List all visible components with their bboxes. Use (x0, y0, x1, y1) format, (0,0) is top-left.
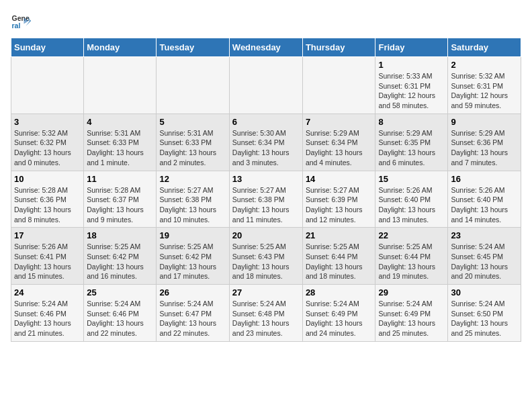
calendar-cell: 25Sunrise: 5:24 AM Sunset: 6:46 PM Dayli… (84, 285, 157, 342)
page-header: Gene ral (11, 11, 521, 31)
day-info: Sunrise: 5:27 AM Sunset: 6:38 PM Dayligh… (232, 185, 300, 225)
calendar-cell: 23Sunrise: 5:24 AM Sunset: 6:45 PM Dayli… (448, 228, 521, 285)
day-info: Sunrise: 5:31 AM Sunset: 6:33 PM Dayligh… (159, 128, 226, 168)
calendar-cell: 26Sunrise: 5:24 AM Sunset: 6:47 PM Dayli… (157, 285, 229, 342)
day-info: Sunrise: 5:24 AM Sunset: 6:49 PM Dayligh… (306, 299, 373, 338)
day-number: 23 (451, 230, 518, 240)
day-info: Sunrise: 5:25 AM Sunset: 6:42 PM Dayligh… (159, 242, 226, 281)
calendar-cell: 24Sunrise: 5:24 AM Sunset: 6:46 PM Dayli… (11, 285, 84, 342)
day-info: Sunrise: 5:29 AM Sunset: 6:36 PM Dayligh… (451, 128, 518, 168)
day-info: Sunrise: 5:27 AM Sunset: 6:38 PM Dayligh… (159, 185, 226, 225)
calendar-cell: 8Sunrise: 5:29 AM Sunset: 6:35 PM Daylig… (375, 113, 448, 171)
calendar-cell: 9Sunrise: 5:29 AM Sunset: 6:36 PM Daylig… (448, 113, 521, 171)
day-number: 28 (306, 287, 373, 298)
day-of-week-header: Wednesday (229, 38, 302, 57)
day-number: 2 (451, 60, 518, 70)
calendar-cell: 12Sunrise: 5:27 AM Sunset: 6:38 PM Dayli… (157, 171, 229, 228)
day-info: Sunrise: 5:25 AM Sunset: 6:42 PM Dayligh… (87, 242, 153, 281)
day-number: 19 (159, 230, 226, 240)
calendar-cell: 11Sunrise: 5:28 AM Sunset: 6:37 PM Dayli… (84, 171, 157, 228)
day-info: Sunrise: 5:29 AM Sunset: 6:35 PM Dayligh… (378, 128, 445, 168)
calendar-cell: 4Sunrise: 5:31 AM Sunset: 6:33 PM Daylig… (84, 113, 157, 171)
day-number: 8 (378, 117, 445, 127)
day-info: Sunrise: 5:24 AM Sunset: 6:49 PM Dayligh… (378, 299, 445, 338)
calendar-cell: 6Sunrise: 5:30 AM Sunset: 6:34 PM Daylig… (229, 113, 302, 171)
day-number: 24 (14, 287, 81, 298)
day-number: 17 (14, 230, 81, 240)
day-of-week-header: Saturday (448, 38, 521, 57)
day-number: 15 (378, 174, 445, 184)
day-info: Sunrise: 5:31 AM Sunset: 6:33 PM Dayligh… (87, 128, 153, 168)
calendar-cell (84, 57, 157, 114)
day-info: Sunrise: 5:24 AM Sunset: 6:45 PM Dayligh… (451, 242, 518, 281)
calendar-week-row: 3Sunrise: 5:32 AM Sunset: 6:32 PM Daylig… (11, 113, 521, 171)
day-info: Sunrise: 5:32 AM Sunset: 6:31 PM Dayligh… (451, 71, 518, 111)
calendar-cell: 3Sunrise: 5:32 AM Sunset: 6:32 PM Daylig… (11, 113, 84, 171)
day-info: Sunrise: 5:25 AM Sunset: 6:44 PM Dayligh… (378, 242, 445, 281)
day-of-week-header: Tuesday (157, 38, 229, 57)
svg-text:ral: ral (12, 21, 21, 30)
day-number: 1 (378, 60, 445, 70)
day-info: Sunrise: 5:25 AM Sunset: 6:44 PM Dayligh… (306, 242, 373, 281)
day-number: 14 (306, 174, 373, 184)
day-number: 7 (306, 117, 373, 127)
day-number: 18 (87, 230, 153, 240)
calendar-cell: 22Sunrise: 5:25 AM Sunset: 6:44 PM Dayli… (375, 228, 448, 285)
calendar-cell: 17Sunrise: 5:26 AM Sunset: 6:41 PM Dayli… (11, 228, 84, 285)
day-of-week-header: Sunday (11, 38, 84, 57)
day-number: 6 (232, 117, 300, 127)
day-info: Sunrise: 5:32 AM Sunset: 6:32 PM Dayligh… (14, 128, 81, 168)
calendar-cell: 5Sunrise: 5:31 AM Sunset: 6:33 PM Daylig… (157, 113, 229, 171)
calendar-table: SundayMondayTuesdayWednesdayThursdayFrid… (11, 38, 521, 342)
calendar-cell (229, 57, 302, 114)
day-info: Sunrise: 5:28 AM Sunset: 6:37 PM Dayligh… (87, 185, 153, 225)
calendar-cell: 27Sunrise: 5:24 AM Sunset: 6:48 PM Dayli… (229, 285, 302, 342)
day-info: Sunrise: 5:27 AM Sunset: 6:39 PM Dayligh… (306, 185, 373, 225)
day-number: 11 (87, 174, 153, 184)
calendar-cell: 14Sunrise: 5:27 AM Sunset: 6:39 PM Dayli… (302, 171, 375, 228)
day-info: Sunrise: 5:24 AM Sunset: 6:48 PM Dayligh… (232, 299, 300, 338)
calendar-cell (11, 57, 84, 114)
calendar-cell (302, 57, 375, 114)
calendar-cell: 20Sunrise: 5:25 AM Sunset: 6:43 PM Dayli… (229, 228, 302, 285)
day-number: 26 (159, 287, 226, 298)
day-info: Sunrise: 5:25 AM Sunset: 6:43 PM Dayligh… (232, 242, 300, 281)
day-of-week-header: Friday (375, 38, 448, 57)
day-info: Sunrise: 5:30 AM Sunset: 6:34 PM Dayligh… (232, 128, 300, 168)
day-info: Sunrise: 5:24 AM Sunset: 6:46 PM Dayligh… (14, 299, 81, 338)
calendar-cell: 15Sunrise: 5:26 AM Sunset: 6:40 PM Dayli… (375, 171, 448, 228)
day-number: 4 (87, 117, 153, 127)
calendar-cell: 13Sunrise: 5:27 AM Sunset: 6:38 PM Dayli… (229, 171, 302, 228)
day-info: Sunrise: 5:24 AM Sunset: 6:47 PM Dayligh… (159, 299, 226, 338)
logo: Gene ral (11, 11, 34, 31)
calendar-cell: 29Sunrise: 5:24 AM Sunset: 6:49 PM Dayli… (375, 285, 448, 342)
day-info: Sunrise: 5:26 AM Sunset: 6:41 PM Dayligh… (14, 242, 81, 281)
logo-icon: Gene ral (11, 11, 31, 31)
calendar-cell: 10Sunrise: 5:28 AM Sunset: 6:36 PM Dayli… (11, 171, 84, 228)
day-number: 12 (159, 174, 226, 184)
day-number: 27 (232, 287, 300, 298)
day-info: Sunrise: 5:26 AM Sunset: 6:40 PM Dayligh… (451, 185, 518, 225)
day-number: 10 (14, 174, 81, 184)
day-number: 9 (451, 117, 518, 127)
day-of-week-header: Thursday (302, 38, 375, 57)
day-number: 22 (378, 230, 445, 240)
calendar-week-row: 17Sunrise: 5:26 AM Sunset: 6:41 PM Dayli… (11, 228, 521, 285)
day-info: Sunrise: 5:33 AM Sunset: 6:31 PM Dayligh… (378, 71, 445, 111)
day-number: 29 (378, 287, 445, 298)
calendar-cell: 16Sunrise: 5:26 AM Sunset: 6:40 PM Dayli… (448, 171, 521, 228)
day-number: 25 (87, 287, 153, 298)
calendar-week-row: 10Sunrise: 5:28 AM Sunset: 6:36 PM Dayli… (11, 171, 521, 228)
day-info: Sunrise: 5:24 AM Sunset: 6:50 PM Dayligh… (451, 299, 518, 338)
day-number: 3 (14, 117, 81, 127)
day-info: Sunrise: 5:29 AM Sunset: 6:34 PM Dayligh… (306, 128, 373, 168)
day-info: Sunrise: 5:24 AM Sunset: 6:46 PM Dayligh… (87, 299, 153, 338)
day-number: 20 (232, 230, 300, 240)
calendar-cell: 28Sunrise: 5:24 AM Sunset: 6:49 PM Dayli… (302, 285, 375, 342)
calendar-cell: 19Sunrise: 5:25 AM Sunset: 6:42 PM Dayli… (157, 228, 229, 285)
calendar-cell: 21Sunrise: 5:25 AM Sunset: 6:44 PM Dayli… (302, 228, 375, 285)
day-info: Sunrise: 5:28 AM Sunset: 6:36 PM Dayligh… (14, 185, 81, 225)
calendar-cell: 2Sunrise: 5:32 AM Sunset: 6:31 PM Daylig… (448, 57, 521, 114)
day-info: Sunrise: 5:26 AM Sunset: 6:40 PM Dayligh… (378, 185, 445, 225)
day-number: 13 (232, 174, 300, 184)
